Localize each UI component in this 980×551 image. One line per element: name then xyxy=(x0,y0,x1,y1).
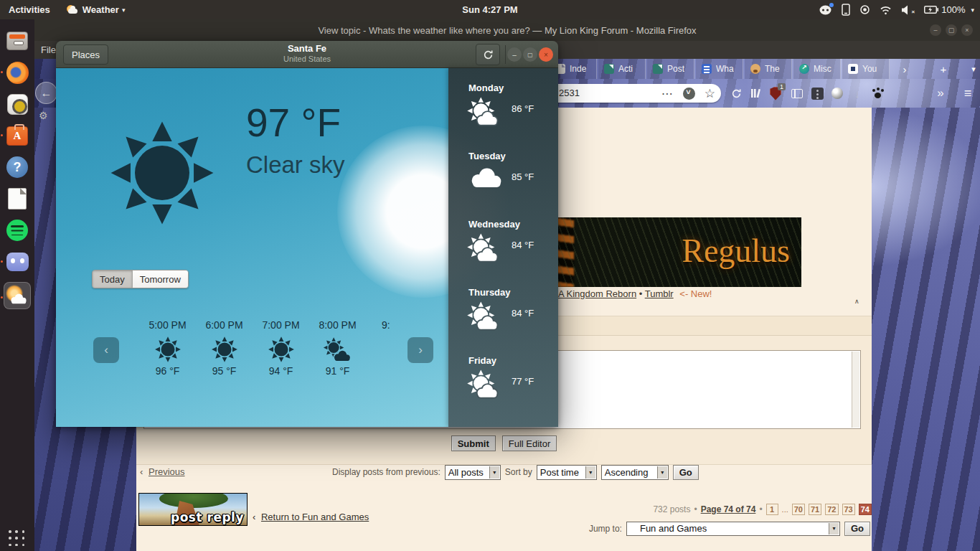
gnome-top-bar: Activities Weather ▾ Sun 4:27 PM xyxy=(0,0,980,19)
activities-button[interactable]: Activities xyxy=(9,4,50,15)
library-icon[interactable] xyxy=(748,85,764,101)
tumblr-link[interactable]: Tumblr xyxy=(645,288,674,299)
minimize-icon[interactable]: – xyxy=(930,24,941,36)
running-indicator xyxy=(1,260,3,263)
dock-item-media-player[interactable] xyxy=(4,90,31,118)
menu-file[interactable]: File xyxy=(41,44,56,55)
new-tab-icon[interactable]: + xyxy=(933,59,954,79)
tab-post[interactable]: Post xyxy=(647,59,694,79)
full-editor-button[interactable]: Full Editor xyxy=(502,435,557,451)
weather-app-icon xyxy=(66,5,77,15)
dock-item-firefox[interactable] xyxy=(4,59,31,86)
page-actions-icon[interactable]: ⋯ xyxy=(661,87,674,100)
close-icon[interactable]: × xyxy=(539,47,553,62)
gear-icon[interactable]: ⚙ xyxy=(39,110,48,121)
reload-icon[interactable] xyxy=(728,85,744,101)
overflow-chevrons-icon[interactable]: » xyxy=(933,85,948,101)
battery-indicator[interactable]: 100% ▾ xyxy=(924,4,974,15)
forecast-friday: Friday 77 °F xyxy=(448,355,558,400)
tab-misc[interactable]: Misc xyxy=(793,59,841,79)
tab-whats[interactable]: Wha xyxy=(696,59,743,79)
hourly-prev-button[interactable]: ‹ xyxy=(93,337,119,363)
page-button-73[interactable]: 73 xyxy=(842,504,855,515)
volume-muted-icon[interactable]: × xyxy=(901,5,915,15)
dock-item-spotify[interactable] xyxy=(4,217,31,244)
dock-item-ubuntu-software[interactable] xyxy=(4,122,31,149)
pocket-icon[interactable] xyxy=(683,88,695,100)
arrow-favicon xyxy=(799,64,809,74)
topic-pagination: 732 posts • Page 74 of 74 • 1 ... 70 71 … xyxy=(653,503,872,515)
files-icon xyxy=(6,32,28,50)
display-go-button[interactable]: Go xyxy=(673,465,699,480)
post-time-select[interactable]: Post time ▾ xyxy=(537,465,597,480)
previous-link[interactable]: Previous xyxy=(149,466,185,477)
forum-favicon xyxy=(604,64,614,74)
weather-window: Places Santa Fe United States – ▢ × 97 °… xyxy=(56,41,558,427)
dock-item-weather-active[interactable] xyxy=(4,282,31,309)
software-icon xyxy=(6,126,28,146)
page-button-70[interactable]: 70 xyxy=(792,504,805,515)
running-indicator xyxy=(1,71,3,73)
close-icon[interactable]: × xyxy=(961,24,973,36)
hourly-next-button[interactable]: › xyxy=(407,337,433,363)
refresh-button[interactable] xyxy=(476,44,500,65)
page-info-link[interactable]: Page 74 of 74 xyxy=(701,504,756,514)
wifi-icon[interactable] xyxy=(880,5,892,15)
show-applications-button[interactable] xyxy=(9,530,26,547)
current-condition: Clear sky xyxy=(246,151,345,179)
sidebars-icon[interactable] xyxy=(789,85,805,101)
new-note: <- New! xyxy=(679,288,712,299)
page-button-71[interactable]: 71 xyxy=(809,504,821,515)
tomorrow-tab[interactable]: Tomorrow xyxy=(132,270,188,288)
select-arrow-icon: ▾ xyxy=(489,466,499,479)
maximize-icon[interactable]: ▢ xyxy=(523,47,537,62)
dock-item-libreoffice[interactable] xyxy=(4,185,31,212)
display-posts-controls: Display posts from previous: All posts ▾… xyxy=(332,464,699,480)
location-icon[interactable] xyxy=(859,4,870,15)
forecast-monday: Monday 86 °F xyxy=(448,83,558,128)
system-status-area[interactable]: × 100% ▾ xyxy=(819,0,974,19)
bookmark-star-icon[interactable]: ☆ xyxy=(705,86,715,101)
paw-extension-icon[interactable] xyxy=(870,85,885,101)
all-posts-select[interactable]: All posts ▾ xyxy=(445,465,501,480)
page-button-1[interactable]: 1 xyxy=(766,504,778,515)
tablet-icon[interactable] xyxy=(842,4,850,16)
page-button-72[interactable]: 72 xyxy=(825,504,838,515)
tab-you[interactable]: You xyxy=(842,59,890,79)
return-to-forum-link[interactable]: Return to Fun and Games xyxy=(261,512,369,522)
firefox-titlebar[interactable]: View topic - Whats the weather like wher… xyxy=(34,19,980,41)
hamburger-menu-icon[interactable]: ≡ xyxy=(960,85,976,101)
ublock-badge: 1 xyxy=(778,83,786,90)
jump-to-select[interactable]: Fun and Games ▾ xyxy=(626,522,840,536)
maximize-icon[interactable]: ▢ xyxy=(946,24,957,36)
page-button-74-current[interactable]: 74 xyxy=(859,504,872,515)
sphere-extension-icon[interactable] xyxy=(829,85,845,101)
ascending-select[interactable]: Ascending ▾ xyxy=(601,465,669,480)
extension-icon[interactable] xyxy=(809,85,825,101)
textarea-scrollbar[interactable] xyxy=(852,352,859,428)
tab-list-chevron-icon[interactable]: ▾ xyxy=(963,59,980,79)
post-reply-image-button[interactable]: post reply xyxy=(138,493,248,526)
dock-item-discord[interactable] xyxy=(4,248,31,276)
dock-item-files[interactable] xyxy=(4,27,31,55)
tab-activity[interactable]: Acti xyxy=(598,59,646,79)
discord-tray-icon[interactable] xyxy=(819,4,832,16)
back-button[interactable]: ← xyxy=(35,82,57,104)
downloads-icon[interactable]: ↓ xyxy=(849,85,865,101)
post-reply-caption: post reply xyxy=(171,510,244,524)
tab-scroll-right-icon[interactable]: › xyxy=(894,59,915,79)
jump-to-label: Jump to: xyxy=(589,524,622,534)
return-nav: ‹ Return to Fun and Games xyxy=(253,512,369,522)
tab-the[interactable]: The xyxy=(745,59,792,79)
jump-go-button[interactable]: Go xyxy=(844,522,870,536)
app-menu[interactable]: Weather ▾ xyxy=(66,4,126,15)
headerbar-separator xyxy=(505,45,506,64)
submit-button[interactable]: Submit xyxy=(451,435,496,451)
sun-cloud-icon xyxy=(466,369,504,400)
today-tab[interactable]: Today xyxy=(93,270,132,288)
back-to-top-icon[interactable]: ∧ xyxy=(854,298,859,305)
url-text: 2531 xyxy=(559,88,580,98)
kingdom-reborn-link[interactable]: A Kingdom Reborn xyxy=(558,288,636,299)
dock-item-help[interactable] xyxy=(4,154,31,181)
minimize-icon[interactable]: – xyxy=(507,47,522,62)
